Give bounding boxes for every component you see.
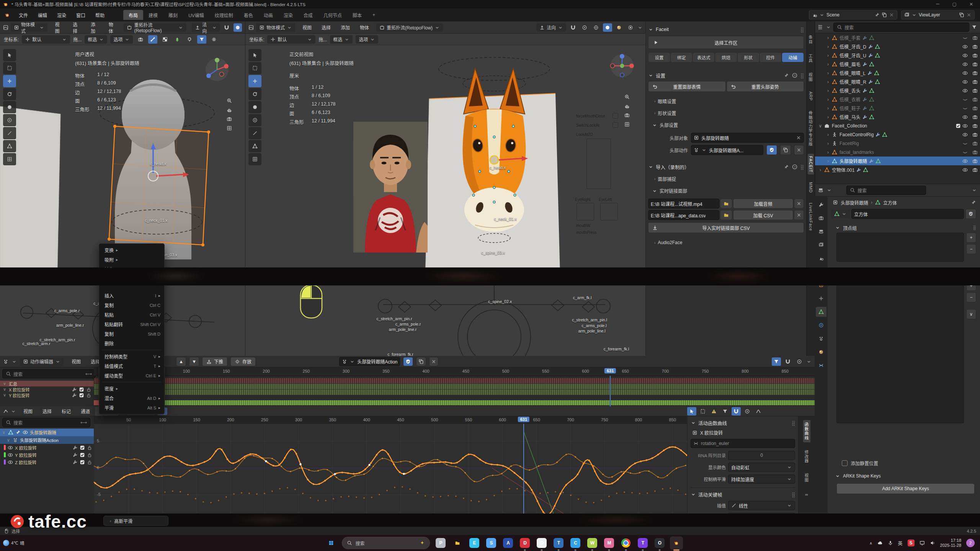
- workspace-tab-9[interactable]: 几何节点: [318, 10, 347, 20]
- collapse-icon[interactable]: [648, 73, 653, 78]
- tool-gizmo-button[interactable]: [248, 75, 261, 87]
- dopesheet-menu-0[interactable]: 视图: [67, 357, 86, 366]
- properties-tab-prop[interactable]: [816, 320, 826, 330]
- browse-csv-button[interactable]: [720, 210, 732, 220]
- faceit-tab-6[interactable]: 动捕: [782, 53, 804, 62]
- transform-orientation[interactable]: 默认: [267, 35, 315, 44]
- outliner-row[interactable]: ›低模_鞋子: [815, 104, 980, 112]
- shape-key-specials-button[interactable]: ∨: [966, 309, 976, 319]
- topmenu-4[interactable]: 帮助: [90, 10, 109, 20]
- stash-button[interactable]: 存放: [230, 357, 256, 366]
- proportional-toggle[interactable]: [580, 23, 589, 32]
- properties-tab-props[interactable]: [816, 227, 826, 236]
- current-frame-badge[interactable]: 631: [518, 417, 529, 422]
- filter-funnel-toggle[interactable]: [197, 35, 206, 44]
- camera-view-icon[interactable]: [624, 112, 630, 118]
- context-menu-item-2-1[interactable]: 插值模式T▸: [99, 361, 164, 371]
- sidebar-tab-4[interactable]: 骨骼动力学专业版: [807, 109, 814, 148]
- taskbar-app-design[interactable]: D: [518, 536, 531, 549]
- workspace-tab-8[interactable]: 合成: [298, 10, 318, 20]
- disclosure-icon[interactable]: ›: [826, 44, 830, 49]
- tree-toggle[interactable]: [173, 35, 182, 44]
- checkbox-icon[interactable]: [956, 123, 961, 129]
- tool-mesh-button[interactable]: [3, 140, 16, 152]
- camera-icon[interactable]: [972, 88, 978, 93]
- pan-icon[interactable]: [227, 107, 232, 112]
- options-dropdown[interactable]: 选项: [356, 35, 378, 44]
- current-frame-badge[interactable]: 631: [604, 368, 616, 373]
- eye-closed-icon[interactable]: [962, 106, 968, 111]
- disclosure-icon[interactable]: ›: [826, 150, 830, 155]
- shading-solid-toggle[interactable]: [234, 23, 242, 32]
- faceit-tab-0[interactable]: 设置: [648, 53, 670, 62]
- action-strip[interactable]: [94, 400, 815, 405]
- context-menu-item-3-0[interactable]: 密度▸: [99, 384, 164, 393]
- workspace-tab-4[interactable]: 纹理绘制: [209, 10, 238, 20]
- sidebar-tab-1[interactable]: 工具: [807, 52, 814, 65]
- eye-closed-icon[interactable]: [962, 150, 968, 155]
- properties-tab-wrench[interactable]: [816, 200, 826, 210]
- shading-material-toggle[interactable]: [614, 23, 624, 32]
- taskbar-app-obs[interactable]: O: [653, 536, 666, 549]
- editor-type-icon[interactable]: [3, 409, 8, 414]
- tool-grid-button[interactable]: [248, 153, 261, 165]
- taskbar-app-explorer[interactable]: [451, 536, 464, 549]
- eye-icon[interactable]: [962, 114, 968, 120]
- context-menu-item-0-0[interactable]: 变换▸: [99, 245, 164, 255]
- copy-icon[interactable]: [882, 12, 887, 18]
- camera-icon[interactable]: [972, 53, 978, 58]
- disclosure-icon[interactable]: ›: [826, 70, 830, 76]
- context-menu-item-1-3[interactable]: 粘贴翻转Shift Ctrl V: [99, 320, 164, 329]
- close-icon[interactable]: [796, 135, 801, 140]
- curve-overlay-toggle[interactable]: [754, 407, 763, 416]
- shape-keys-list[interactable]: [836, 281, 964, 423]
- faceit-tab-4[interactable]: 形状: [738, 53, 759, 62]
- remove-vertex-group-button[interactable]: −: [966, 244, 976, 254]
- properties-tab-gizmo[interactable]: [816, 293, 826, 303]
- volume-icon[interactable]: [930, 540, 935, 546]
- taskbar-app-photos[interactable]: P: [434, 536, 447, 549]
- chevron-down-icon[interactable]: [11, 359, 17, 364]
- workspace-tab-5[interactable]: 着色: [238, 10, 258, 20]
- sogou-ime-icon[interactable]: S: [908, 540, 915, 546]
- pin-icon[interactable]: [784, 164, 789, 170]
- context-menu-item-1-2[interactable]: 粘贴Ctrl V: [99, 310, 164, 320]
- camera-icon[interactable]: [972, 62, 978, 67]
- camera-overlay-toggle[interactable]: [136, 35, 145, 44]
- taskbar-app-app-v[interactable]: A: [501, 536, 514, 549]
- topmenu-0[interactable]: 文件: [14, 10, 33, 20]
- handle-smoothing-dropdown[interactable]: 持续加速度: [728, 474, 795, 484]
- camera-icon[interactable]: [972, 70, 978, 76]
- context-menu-item-2-0[interactable]: 控制柄类型V▸: [99, 352, 164, 361]
- clock[interactable]: 17:18 2025-11-28: [940, 538, 961, 548]
- taskbar-app-doc[interactable]: D: [535, 536, 548, 549]
- unlink-action-button[interactable]: [794, 145, 804, 155]
- chevron-down-icon[interactable]: [806, 359, 812, 364]
- chevron-down-icon[interactable]: [972, 187, 977, 193]
- outliner-row[interactable]: ›低模_牙齿_D: [815, 42, 980, 51]
- editor-type-icon[interactable]: [3, 359, 8, 364]
- collapse-icon[interactable]: [648, 164, 653, 170]
- taskbar-app-table[interactable]: T: [552, 536, 565, 549]
- select-workspace-button[interactable]: 选择工作区: [648, 36, 804, 49]
- dopesheet-mode-dropdown[interactable]: 动作编辑器: [20, 357, 64, 366]
- scene-selector[interactable]: Scene: [809, 10, 897, 20]
- settings-toggle[interactable]: [209, 35, 219, 44]
- csv-path-field[interactable]: E:\B 站课程...ape_data.csv: [648, 210, 719, 220]
- move-channel-up-button[interactable]: ▲: [176, 357, 186, 366]
- tool-ball-button[interactable]: [248, 101, 261, 113]
- unlink-action-button[interactable]: [429, 357, 438, 366]
- workspace-tab-7[interactable]: 渲染: [278, 10, 298, 20]
- dopesheet-search[interactable]: 搜索 ⟷: [2, 369, 95, 378]
- clear-csv-button[interactable]: [794, 210, 804, 220]
- topmenu-2[interactable]: 渲染: [52, 10, 71, 20]
- browse-video-button[interactable]: [720, 199, 732, 209]
- outliner-row[interactable]: ›FaceitControlRig: [815, 130, 980, 139]
- camera-icon[interactable]: [972, 114, 978, 120]
- editor-type-icon[interactable]: [3, 25, 8, 30]
- graph-tab-3[interactable]: ∞: [804, 490, 810, 499]
- retopoflow-menu[interactable]: 重拓扑流(RetopoFlow): [124, 23, 186, 32]
- topmenu-3[interactable]: 窗口: [71, 10, 90, 20]
- sidebar-tab-2[interactable]: 视图: [807, 70, 814, 84]
- editor-type-icon[interactable]: [818, 24, 823, 30]
